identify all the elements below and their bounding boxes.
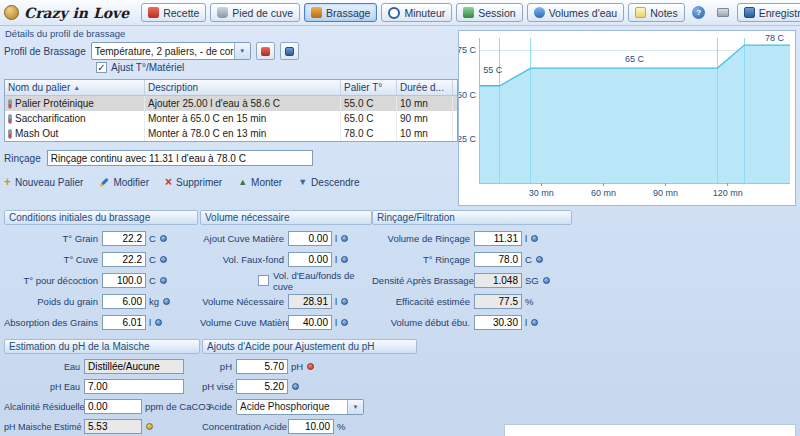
tab-label: Session xyxy=(478,7,515,19)
tun-volume-input[interactable]: 40.00 xyxy=(288,315,332,330)
step-temp: 55.0 C xyxy=(344,98,373,109)
section-header: Rinçage/Filtration xyxy=(372,210,572,225)
tab-session[interactable]: Session xyxy=(456,3,522,22)
profile-edit-button[interactable] xyxy=(256,42,275,60)
tab-pied-de-cuve[interactable]: Pied de cuve xyxy=(210,3,300,22)
tab-label: Pied de cuve xyxy=(232,7,293,19)
mash-profile-select[interactable]: Température, 2 paliers, - de corps ▼ xyxy=(91,42,251,60)
pencil-icon xyxy=(100,177,109,186)
unit-label: % xyxy=(525,296,533,307)
page-subtitle: Détails du profil de brassage xyxy=(5,28,125,39)
grain-absorption-input[interactable]: 6.01 xyxy=(102,315,146,330)
status-dot xyxy=(146,423,153,430)
section-mash-ph: Estimation du pH de la Maische EauDistil… xyxy=(4,339,200,434)
adjust-temp-checkbox[interactable] xyxy=(96,62,107,73)
field-label: T° Rinçage xyxy=(372,254,474,265)
svg-text:78 C: 78 C xyxy=(765,33,785,43)
info-dot xyxy=(292,383,299,390)
edit-step-button[interactable]: Modifier xyxy=(99,177,149,188)
unit-label: C xyxy=(149,254,156,265)
estimated-mash-ph-field: 5.53 xyxy=(84,419,142,434)
tab-notes[interactable]: Notes xyxy=(628,3,684,22)
table-row[interactable]: Mash Out Monter à 78.0 C en 13 min 78.0 … xyxy=(5,126,457,141)
info-dot xyxy=(163,298,170,305)
header-description[interactable]: Description xyxy=(145,80,341,95)
field-label: Efficacité estimée xyxy=(372,296,474,307)
save-disk-icon xyxy=(744,7,755,18)
new-step-button[interactable]: + Nouveau Palier xyxy=(4,176,83,188)
thermometer-icon xyxy=(8,99,12,109)
table-row[interactable]: Saccharification Monter à 65.0 C en 15 m… xyxy=(5,111,457,126)
unit-label: SG xyxy=(525,275,539,286)
residual-alkalinity-field: 0.00 xyxy=(84,399,142,414)
unit-label: l xyxy=(149,317,151,328)
water-profile-field: Distillée/Aucune xyxy=(84,359,184,374)
recipe-doc-icon xyxy=(148,7,159,18)
step-temp: 65.0 C xyxy=(344,113,373,124)
header-step-name[interactable]: Nom du palier ▲ xyxy=(5,80,145,95)
acid-concentration-input[interactable]: 10.00 xyxy=(288,419,334,434)
brewing-app-window: Crazy in Love Recette Pied de cuve Brass… xyxy=(0,0,800,436)
table-row[interactable]: Palier Protéinique Ajouter 25.00 l d'eau… xyxy=(5,96,457,111)
plus-icon: + xyxy=(4,176,11,188)
mash-temperature-chart: 25 C50 C75 C30 mn60 mn90 mn120 mn55 C65 … xyxy=(458,30,796,206)
sparge-volume-input[interactable]: 11.31 xyxy=(474,231,522,246)
tab-brassage[interactable]: Brassage xyxy=(304,3,377,22)
step-description: Monter à 78.0 C en 13 min xyxy=(148,128,266,139)
save-as-button[interactable]: Enregistrer sous xyxy=(737,3,800,22)
adjust-temp-row: Ajust T°/Matériel xyxy=(96,62,184,73)
bottom-panel xyxy=(504,424,796,436)
adjust-temp-label: Ajust T°/Matériel xyxy=(111,62,184,73)
field-label: Absorption des Grains xyxy=(4,317,102,328)
info-dot xyxy=(531,235,538,242)
false-bottom-input[interactable]: 0.00 xyxy=(288,252,332,267)
save-as-label: Enregistrer sous xyxy=(759,7,800,19)
chart-svg: 25 C50 C75 C30 mn60 mn90 mn120 mn55 C65 … xyxy=(459,31,795,205)
deadspace-checkbox[interactable] xyxy=(258,275,269,286)
tab-recette[interactable]: Recette xyxy=(141,3,206,22)
grain-temp-input[interactable]: 22.2 xyxy=(102,231,146,246)
svg-text:120 mn: 120 mn xyxy=(713,188,743,198)
tab-label: Brassage xyxy=(326,7,370,19)
grain-weight-input[interactable]: 6.00 xyxy=(102,294,146,309)
water-ph-input[interactable]: 7.00 xyxy=(84,379,184,394)
help-button[interactable]: ? xyxy=(689,3,709,22)
decoction-temp-input[interactable]: 100.0 xyxy=(102,273,146,288)
unit-label: l xyxy=(335,317,337,328)
svg-text:50 C: 50 C xyxy=(459,90,476,100)
target-ph-input[interactable]: 5.20 xyxy=(236,379,288,394)
sparge-description-field[interactable]: Rinçage continu avec 11.31 l d'eau à 78.… xyxy=(47,150,313,166)
acid-type-select[interactable]: Acide Phosphorique ▼ xyxy=(236,399,364,415)
header-step-temp[interactable]: Palier T° xyxy=(341,80,397,95)
preboil-volume-input[interactable]: 30.30 xyxy=(474,315,522,330)
svg-text:55 C: 55 C xyxy=(483,65,503,75)
timer-icon xyxy=(388,7,400,19)
move-up-button[interactable]: ▲ Monter xyxy=(238,177,282,188)
tun-addition-input[interactable]: 0.00 xyxy=(288,231,332,246)
mash-profile-label: Profil de Brassage xyxy=(4,46,86,57)
section-sparge-lauter: Rinçage/Filtration Volume de Rinçage11.3… xyxy=(372,210,572,330)
profile-save-button[interactable] xyxy=(280,42,299,60)
table-header-row: Nom du palier ▲ Description Palier T° Du… xyxy=(5,80,457,96)
recipe-title: Crazy in Love xyxy=(24,5,129,21)
header-duration[interactable]: Durée d... xyxy=(397,80,453,95)
sparge-temp-input[interactable]: 78.0 xyxy=(474,252,522,267)
starter-icon xyxy=(217,7,228,18)
section-header: Volume nécessaire xyxy=(200,210,372,225)
profile-edit-icon xyxy=(261,47,270,56)
tab-volumes-eau[interactable]: Volumes d'eau xyxy=(527,3,625,22)
mash-kettle-icon xyxy=(311,7,322,18)
print-button[interactable] xyxy=(713,3,733,22)
unit-label: C xyxy=(525,254,532,265)
tun-temp-input[interactable]: 22.2 xyxy=(102,252,146,267)
current-ph-input[interactable]: 5.70 xyxy=(236,359,288,374)
delete-step-button[interactable]: × Supprimer xyxy=(165,176,222,188)
chevron-down-icon: ▼ xyxy=(234,43,250,59)
mash-steps-table: Nom du palier ▲ Description Palier T° Du… xyxy=(4,79,458,142)
unit-label: pH xyxy=(291,361,303,372)
step-duration: 90 mn xyxy=(400,113,428,124)
move-down-button[interactable]: ▼ Descendre xyxy=(298,177,359,188)
chevron-down-icon: ▼ xyxy=(347,400,363,414)
tab-minuteur[interactable]: Minuteur xyxy=(381,3,452,22)
printer-icon xyxy=(717,8,729,17)
